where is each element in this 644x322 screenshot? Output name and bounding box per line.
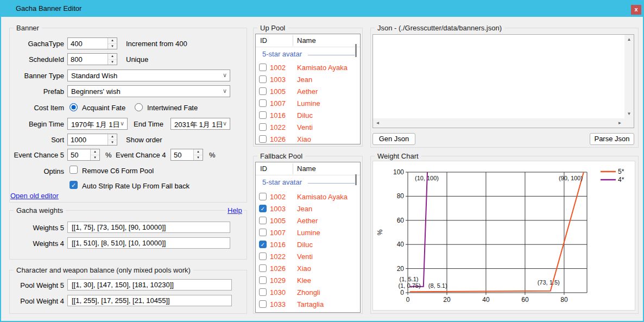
scroll-up-icon[interactable]: ▲	[624, 35, 634, 44]
item-checkbox[interactable]: ✓	[259, 205, 267, 212]
spin-down-icon[interactable]: ▼	[108, 140, 117, 146]
svg-text:(73, 1.5): (73, 1.5)	[538, 279, 560, 286]
item-name: Venti	[297, 252, 313, 261]
up-pool-header: ID Name	[256, 34, 360, 47]
pool-item-row[interactable]: 1033Tartaglia	[256, 298, 360, 310]
begin-time-picker[interactable]: 1970年 1月 1日 ∨	[67, 118, 128, 130]
item-checkbox[interactable]	[259, 300, 267, 308]
event-chance-4-unit: %	[209, 151, 216, 159]
pool-item-row[interactable]: 1002Kamisato Ayaka	[256, 61, 360, 73]
weights-5-input[interactable]: [[1, 75], [73, 150], [90, 10000]]	[67, 222, 230, 233]
item-checkbox[interactable]	[259, 99, 267, 107]
gen-json-button[interactable]: Gen Json	[372, 133, 415, 145]
item-checkbox[interactable]	[259, 252, 267, 260]
pool-item-row[interactable]: 1022Venti	[256, 121, 360, 133]
spin-down-icon[interactable]: ▼	[194, 155, 203, 161]
pool-item-row[interactable]: ✓1016Diluc	[256, 238, 360, 250]
weights-5-label: Weights 5	[7, 224, 64, 232]
chevron-down-icon: ∨	[223, 87, 227, 94]
scroll-left-icon[interactable]: ◄	[373, 118, 382, 128]
title-bar[interactable]: Gacha Banner Editor x	[0, 0, 644, 17]
pool-item-row[interactable]: 1002Kamisato Ayaka	[256, 191, 360, 203]
pool-item-row[interactable]: 1026Xiao	[256, 133, 360, 144]
scheduleid-spinner[interactable]: 800 ▲▼	[67, 53, 117, 65]
spin-up-icon[interactable]: ▲	[91, 149, 99, 155]
pool-item-row[interactable]: ✓1035Qiqi	[256, 310, 360, 313]
sort-spinner[interactable]: 1000 ▲▼	[67, 134, 117, 146]
spin-up-icon[interactable]: ▲	[108, 54, 117, 60]
gachatype-hint: Increment from 400	[126, 40, 187, 48]
begin-time-value: 1970年 1月 1日	[71, 120, 120, 130]
pool-item-row[interactable]: 1005Aether	[256, 214, 360, 226]
prefab-label: Prefab	[7, 87, 64, 96]
spin-up-icon[interactable]: ▲	[194, 149, 203, 155]
event-chance-5-spinner[interactable]: 50 ▲▼	[67, 149, 100, 161]
spin-down-icon[interactable]: ▼	[91, 155, 99, 161]
fallback-pool-scrollbar-thumb[interactable]	[355, 174, 357, 185]
intertwined-fate-radio[interactable]	[135, 103, 143, 111]
parse-json-button[interactable]: Parse Json	[590, 133, 634, 145]
pool-item-row[interactable]: 1003Jean	[256, 73, 360, 85]
end-time-picker[interactable]: 2031年 1月 1日 ∨	[171, 118, 230, 130]
pool-item-row[interactable]: 1029Klee	[256, 274, 360, 286]
pool-item-row[interactable]: 1016Diluc	[256, 109, 360, 121]
remove-c6-checkbox[interactable]	[70, 166, 78, 174]
item-checkbox[interactable]	[259, 193, 267, 200]
item-checkbox[interactable]	[259, 135, 267, 143]
chevron-down-icon: ∨	[223, 72, 227, 79]
close-button[interactable]: x	[631, 5, 641, 15]
item-checkbox[interactable]	[259, 264, 267, 272]
item-checkbox[interactable]	[259, 276, 267, 284]
item-checkbox[interactable]: ✓	[259, 241, 267, 248]
json-vertical-scrollbar[interactable]: ▲ ▼	[624, 35, 634, 118]
json-horizontal-scrollbar[interactable]: ◄ ►	[373, 118, 624, 128]
pool-item-row[interactable]: 1007Lumine	[256, 226, 360, 238]
column-header-name[interactable]: Name	[297, 165, 316, 173]
end-time-label: End Time	[134, 120, 163, 128]
item-checkbox[interactable]	[259, 111, 267, 119]
item-checkbox[interactable]	[259, 217, 267, 224]
open-old-editor-link[interactable]: Open old editor	[10, 192, 59, 200]
gachatype-spinner[interactable]: 400 ▲▼	[67, 37, 117, 49]
pool-balance-group	[9, 270, 247, 314]
scroll-down-icon[interactable]: ▼	[624, 109, 634, 118]
column-header-id[interactable]: ID	[260, 36, 267, 45]
spin-down-icon[interactable]: ▼	[108, 60, 117, 65]
pool-item-row[interactable]: ✓1003Jean	[256, 203, 360, 214]
auto-strip-checkbox[interactable]: ✓	[70, 181, 78, 189]
spin-up-icon[interactable]: ▲	[108, 134, 117, 140]
item-checkbox[interactable]: ✓	[259, 312, 267, 313]
help-link[interactable]: Help	[226, 206, 244, 214]
pool-item-row[interactable]: 1030Zhongli	[256, 286, 360, 298]
column-header-id[interactable]: ID	[260, 165, 267, 173]
item-checkbox[interactable]	[259, 64, 267, 71]
up-pool-list[interactable]: ID Name 5-star avatar 1002Kamisato Ayaka…	[255, 34, 361, 144]
json-textarea[interactable]: ▲ ▼ ◄ ►	[372, 34, 634, 128]
item-checkbox[interactable]	[259, 123, 267, 131]
event-chance-4-spinner[interactable]: 50 ▲▼	[171, 149, 203, 161]
up-pool-scrollbar-thumb[interactable]	[355, 44, 357, 57]
item-checkbox[interactable]	[259, 87, 267, 95]
item-checkbox[interactable]	[259, 229, 267, 236]
weights-4-input[interactable]: [[1, 510], [8, 510], [10, 10000]]	[67, 237, 230, 249]
item-checkbox[interactable]	[259, 75, 267, 83]
pool-item-row[interactable]: 1022Venti	[256, 250, 360, 262]
scheduleid-label: ScheduleId	[7, 55, 64, 64]
item-checkbox[interactable]	[259, 288, 267, 296]
item-id: 1002	[270, 64, 294, 72]
pool-weight-4-input[interactable]: [[1, 255], [17, 255], [21, 10455]]	[67, 295, 232, 306]
fallback-pool-list[interactable]: ID Name 5-star avatar 1002Kamisato Ayaka…	[255, 162, 361, 313]
prefab-select[interactable]: Beginners' wish ∨	[67, 85, 230, 97]
pool-item-row[interactable]: 1026Xiao	[256, 262, 360, 274]
prefab-value: Beginners' wish	[71, 87, 121, 96]
acquaint-fate-radio[interactable]	[70, 103, 78, 111]
pool-item-row[interactable]: 1007Lumine	[256, 97, 360, 109]
spin-down-icon[interactable]: ▼	[108, 44, 117, 49]
pool-item-row[interactable]: 1005Aether	[256, 85, 360, 97]
spin-up-icon[interactable]: ▲	[108, 38, 117, 44]
banner-type-select[interactable]: Standard Wish ∨	[67, 70, 230, 81]
pool-weight-5-input[interactable]: [[1, 30], [147, 150], [181, 10230]]	[67, 279, 232, 291]
section-label: 5-star avatar	[262, 178, 302, 186]
column-header-name[interactable]: Name	[297, 36, 316, 45]
scroll-right-icon[interactable]: ►	[615, 118, 624, 128]
